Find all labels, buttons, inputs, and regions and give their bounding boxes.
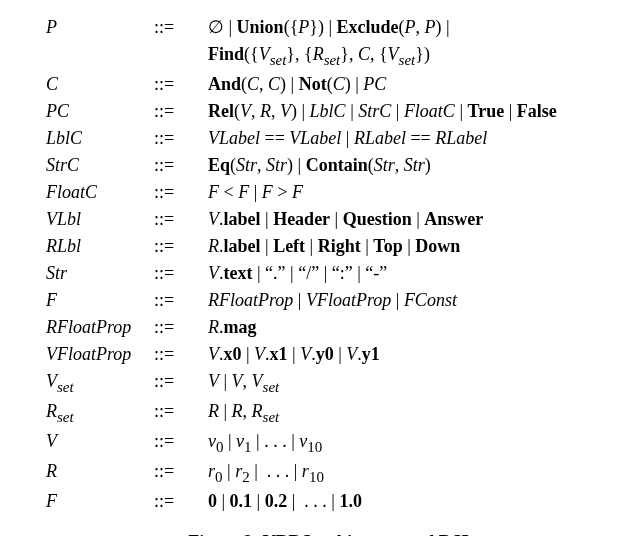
defines-symbol: ::= bbox=[154, 233, 208, 260]
grammar-row: F::=0 | 0.1 | 0.2 | . . . | 1.0 bbox=[46, 488, 616, 515]
nonterminal: StrC bbox=[46, 152, 154, 179]
production-rhs: And(C, C) | Not(C) | PC bbox=[208, 71, 616, 98]
production-rhs: V.text | “.” | “/” | “:” | “-” bbox=[208, 260, 616, 287]
nonterminal: Vset bbox=[46, 368, 154, 398]
nonterminal: VFloatProp bbox=[46, 341, 154, 368]
defines-symbol: ::= bbox=[154, 260, 208, 287]
production-rhs: V | V, Vset bbox=[208, 368, 616, 398]
production-rhs: R | R, Rset bbox=[208, 398, 616, 428]
grammar-row: F::=RFloatProp | VFloatProp | FConst bbox=[46, 287, 616, 314]
defines-symbol: ::= bbox=[154, 98, 208, 125]
grammar-row: FloatC::=F < F | F > F bbox=[46, 179, 616, 206]
grammar-table: P::=∅ | Union({P}) | Exclude(P, P) |Find… bbox=[46, 14, 616, 515]
nonterminal: PC bbox=[46, 98, 154, 125]
production-rhs: V.x0 | V.x1 | V.y0 | V.y1 bbox=[208, 341, 616, 368]
production-rhs: Eq(Str, Str) | Contain(Str, Str) bbox=[208, 152, 616, 179]
production-rhs: VLabel == VLabel | RLabel == RLabel bbox=[208, 125, 616, 152]
production-rhs: R.mag bbox=[208, 314, 616, 341]
grammar-row: RFloatProp::=R.mag bbox=[46, 314, 616, 341]
production-rhs: Rel(V, R, V) | LblC | StrC | FloatC | Tr… bbox=[208, 98, 616, 125]
defines-symbol: ::= bbox=[154, 368, 208, 398]
defines-symbol: ::= bbox=[154, 341, 208, 368]
nonterminal: F bbox=[46, 488, 154, 515]
grammar-row: C::=And(C, C) | Not(C) | PC bbox=[46, 71, 616, 98]
defines-symbol: ::= bbox=[154, 71, 208, 98]
nonterminal: RFloatProp bbox=[46, 314, 154, 341]
nonterminal: C bbox=[46, 71, 154, 98]
nonterminal: VLbl bbox=[46, 206, 154, 233]
defines-symbol: ::= bbox=[154, 152, 208, 179]
production-rhs: F < F | F > F bbox=[208, 179, 616, 206]
nonterminal: F bbox=[46, 287, 154, 314]
nonterminal: Rset bbox=[46, 398, 154, 428]
grammar-row: RLbl::=R.label | Left | Right | Top | Do… bbox=[46, 233, 616, 260]
defines-symbol: ::= bbox=[154, 125, 208, 152]
nonterminal: P bbox=[46, 14, 154, 41]
defines-symbol: ::= bbox=[154, 14, 208, 41]
nonterminal: R bbox=[46, 458, 154, 488]
grammar-row: V::=v0 | v1 | . . . | v10 bbox=[46, 428, 616, 458]
defines-symbol bbox=[154, 41, 208, 71]
defines-symbol: ::= bbox=[154, 314, 208, 341]
production-rhs: Find({Vset}, {Rset}, C, {Vset}) bbox=[208, 41, 616, 71]
production-rhs: RFloatProp | VFloatProp | FConst bbox=[208, 287, 616, 314]
grammar-row: R::=r0 | r2 | . . . | r10 bbox=[46, 458, 616, 488]
figure-caption: Figure 2: VRDSynth’s proposed DSL bbox=[46, 529, 616, 536]
nonterminal: LblC bbox=[46, 125, 154, 152]
grammar-row: Rset::=R | R, Rset bbox=[46, 398, 616, 428]
production-rhs: 0 | 0.1 | 0.2 | . . . | 1.0 bbox=[208, 488, 616, 515]
defines-symbol: ::= bbox=[154, 287, 208, 314]
grammar-row: StrC::=Eq(Str, Str) | Contain(Str, Str) bbox=[46, 152, 616, 179]
defines-symbol: ::= bbox=[154, 458, 208, 488]
defines-symbol: ::= bbox=[154, 488, 208, 515]
nonterminal: RLbl bbox=[46, 233, 154, 260]
nonterminal: FloatC bbox=[46, 179, 154, 206]
page: P::=∅ | Union({P}) | Exclude(P, P) |Find… bbox=[0, 0, 640, 536]
grammar-row: VLbl::=V.label | Header | Question | Ans… bbox=[46, 206, 616, 233]
grammar-row: VFloatProp::=V.x0 | V.x1 | V.y0 | V.y1 bbox=[46, 341, 616, 368]
grammar-row: Vset::=V | V, Vset bbox=[46, 368, 616, 398]
defines-symbol: ::= bbox=[154, 206, 208, 233]
production-rhs: v0 | v1 | . . . | v10 bbox=[208, 428, 616, 458]
production-rhs: V.label | Header | Question | Answer bbox=[208, 206, 616, 233]
grammar-row: PC::=Rel(V, R, V) | LblC | StrC | FloatC… bbox=[46, 98, 616, 125]
grammar-row: LblC::=VLabel == VLabel | RLabel == RLab… bbox=[46, 125, 616, 152]
nonterminal: V bbox=[46, 428, 154, 458]
defines-symbol: ::= bbox=[154, 398, 208, 428]
nonterminal: Str bbox=[46, 260, 154, 287]
production-rhs: R.label | Left | Right | Top | Down bbox=[208, 233, 616, 260]
grammar-body: P::=∅ | Union({P}) | Exclude(P, P) |Find… bbox=[46, 14, 616, 515]
defines-symbol: ::= bbox=[154, 428, 208, 458]
grammar-row: P::=∅ | Union({P}) | Exclude(P, P) | bbox=[46, 14, 616, 41]
grammar-row: Str::=V.text | “.” | “/” | “:” | “-” bbox=[46, 260, 616, 287]
production-rhs: r0 | r2 | . . . | r10 bbox=[208, 458, 616, 488]
nonterminal bbox=[46, 41, 154, 71]
defines-symbol: ::= bbox=[154, 179, 208, 206]
grammar-row: Find({Vset}, {Rset}, C, {Vset}) bbox=[46, 41, 616, 71]
production-rhs: ∅ | Union({P}) | Exclude(P, P) | bbox=[208, 14, 616, 41]
